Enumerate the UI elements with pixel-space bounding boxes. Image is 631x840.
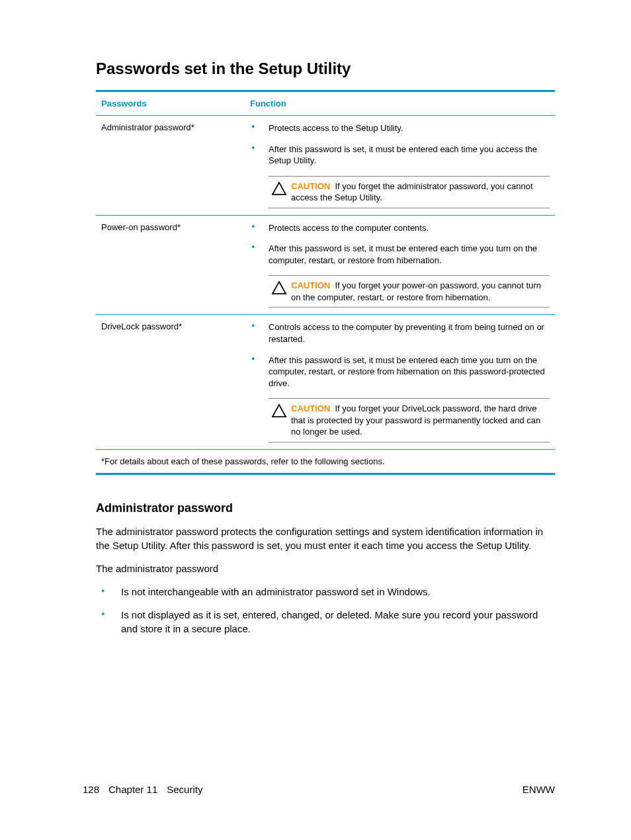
password-function: Controls access to the computer by preve… <box>245 315 555 449</box>
password-name: Administrator password* <box>96 116 245 216</box>
page-footer: 128 Chapter 11 Security ENWW <box>83 784 555 795</box>
caution-box: CAUTION If you forget your DriveLock pas… <box>269 398 550 442</box>
list-item: Protects access to the computer contents… <box>250 222 550 234</box>
list-item: Is not displayed as it is set, entered, … <box>96 608 555 636</box>
footer-right: ENWW <box>523 784 555 795</box>
password-name: Power-on password* <box>96 215 245 315</box>
passwords-table: Passwords Function Administrator passwor… <box>96 90 555 475</box>
list-item: Is not interchangeable with an administr… <box>96 585 555 599</box>
chapter-label: Chapter 11 <box>108 784 157 795</box>
list-item: Controls access to the computer by preve… <box>250 321 550 345</box>
caution-icon <box>271 403 291 417</box>
table-row: Power-on password* Protects access to th… <box>96 215 555 315</box>
password-name: DriveLock password* <box>96 315 245 449</box>
password-function: Protects access to the Setup Utility. Af… <box>245 116 555 216</box>
caution-label: CAUTION <box>291 181 330 191</box>
caution-box: CAUTION If you forget your power-on pass… <box>269 275 550 308</box>
list-item: After this password is set, it must be e… <box>250 144 550 167</box>
list-item: After this password is set, it must be e… <box>250 243 550 266</box>
table-footnote-row: *For details about each of these passwor… <box>96 449 555 474</box>
body-paragraph: The administrator password <box>96 562 555 575</box>
page-title: Passwords set in the Setup Utility <box>96 60 555 78</box>
caution-label: CAUTION <box>291 280 330 290</box>
page-number: 128 <box>83 784 99 795</box>
password-function: Protects access to the computer contents… <box>245 215 555 315</box>
list-item: After this password is set, it must be e… <box>250 355 550 390</box>
caution-label: CAUTION <box>291 403 330 413</box>
table-row: DriveLock password* Controls access to t… <box>96 315 555 449</box>
th-passwords: Passwords <box>96 91 245 116</box>
th-function: Function <box>245 91 555 116</box>
table-footnote: *For details about each of these passwor… <box>96 449 555 474</box>
table-row: Administrator password* Protects access … <box>96 116 555 216</box>
caution-icon <box>271 181 291 195</box>
body-paragraph: The administrator password protects the … <box>96 525 555 552</box>
section-heading: Administrator password <box>96 501 555 515</box>
caution-box: CAUTION If you forget the administrator … <box>269 176 550 208</box>
caution-icon <box>271 280 291 294</box>
list-item: Protects access to the Setup Utility. <box>250 122 550 134</box>
section-label: Security <box>167 784 202 795</box>
